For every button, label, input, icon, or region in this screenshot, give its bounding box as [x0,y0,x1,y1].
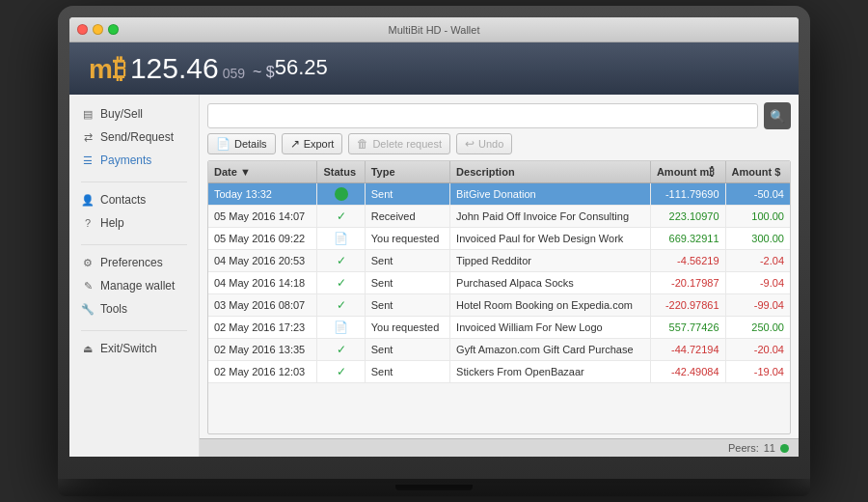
app-content: m₿ 125.46 059 ~ $ 56.25 ▤ Buy/Sell [69,42,799,457]
sidebar-item-buy-sell[interactable]: ▤ Buy/Sell [69,102,199,126]
cell-amount-btc: 223.10970 [650,206,725,228]
sidebar-divider-1 [81,181,187,182]
sidebar-item-exit-switch[interactable]: ⏏ Exit/Switch [69,337,199,360]
delete-request-button[interactable]: 🗑 Delete request [348,133,450,154]
minimize-button[interactable] [93,24,103,35]
sidebar-exit-section: ⏏ Exit/Switch [69,337,199,360]
sidebar-item-tools[interactable]: 🔧 Tools [69,297,199,321]
cell-amount-usd: 100.00 [725,206,790,228]
undo-label: Undo [478,138,503,150]
export-button[interactable]: ↗ Export [282,133,343,154]
cell-type: Sent [365,183,449,206]
cell-date: 02 May 2016 12:03 [208,361,317,383]
cell-amount-btc: -111.79690 [650,183,725,206]
cell-date: 04 May 2016 20:53 [208,250,317,272]
col-description[interactable]: Description [450,161,651,183]
buy-sell-icon: ▤ [81,108,95,121]
status-icon: ✓ [337,365,346,378]
cell-amount-usd: -9.04 [725,272,790,294]
cell-amount-usd: 300.00 [725,228,790,250]
cell-date: 02 May 2016 17:23 [208,317,317,339]
table-row[interactable]: 02 May 2016 12:03 ✓ Sent Stickers From O… [208,361,790,383]
sidebar-item-contacts[interactable]: 👤 Contacts [69,188,199,211]
col-status[interactable]: Status [317,161,365,183]
laptop-frame: MultiBit HD - Wallet m₿ 125.46 059 ~ $ 5… [58,6,810,479]
table-row[interactable]: 03 May 2016 08:07 ✓ Sent Hotel Room Book… [208,294,790,317]
col-type[interactable]: Type [365,161,449,183]
cell-type: Sent [365,294,449,317]
cell-amount-usd: -2.04 [725,250,790,272]
sidebar-nav-section: ▤ Buy/Sell ⇄ Send/Request ☰ Payments [69,102,199,172]
status-icon: ✓ [337,343,346,356]
laptop-notch [395,485,473,490]
help-icon: ? [81,217,95,229]
sidebar-item-preferences[interactable]: ⚙ Preferences [69,251,199,274]
details-label: Details [234,138,267,150]
details-button[interactable]: 📄 Details [207,133,276,154]
maximize-button[interactable] [108,24,119,35]
table-row[interactable]: 02 May 2016 17:23 📄 You requested Invoic… [208,317,790,339]
search-button[interactable]: 🔍 [764,102,791,129]
status-icon: 📄 [334,321,348,334]
cell-description: Invoiced William For New Logo [450,317,651,339]
export-label: Export [304,138,335,150]
sidebar-label-help: Help [100,216,124,230]
table-row[interactable]: 05 May 2016 14:07 ✓ Received John Paid O… [208,206,790,228]
sidebar-item-payments[interactable]: ☰ Payments [69,149,199,172]
cell-status: ✓ [317,339,365,361]
cell-description: Hotel Room Booking on Expedia.com [450,294,651,317]
cell-date: 05 May 2016 09:22 [208,228,317,250]
cell-description: John Paid Off Invoice For Consulting [450,206,651,228]
sidebar-label-send-request: Send/Request [100,130,174,144]
peers-count: 11 [764,442,775,454]
col-amount-usd[interactable]: Amount $ [725,161,790,183]
cell-status: ✓ [317,294,365,317]
cell-description: Stickers From OpenBazaar [450,361,651,383]
cell-amount-btc: 557.77426 [650,317,725,339]
sidebar-label-preferences: Preferences [100,256,163,269]
close-button[interactable] [77,24,88,35]
undo-button[interactable]: ↩ Undo [456,133,512,154]
sidebar-item-send-request[interactable]: ⇄ Send/Request [69,126,199,149]
undo-icon: ↩ [465,137,475,151]
col-amount-btc[interactable]: Amount m₿ [650,161,725,183]
cell-description: Invoiced Paul for Web Design Work [450,228,651,250]
btc-icon: m₿ [89,53,126,85]
sidebar-divider-3 [81,330,187,331]
table-row[interactable]: Today 13:32 Sent BitGive Donation -111.7… [208,183,790,206]
status-icon [335,187,348,201]
status-icon: ✓ [337,209,346,223]
details-icon: 📄 [216,137,231,151]
table-row[interactable]: 04 May 2016 14:18 ✓ Sent Purchased Alpac… [208,272,790,294]
table-row[interactable]: 02 May 2016 13:35 ✓ Sent Gyft Amazon.com… [208,339,790,361]
tools-icon: 🔧 [81,303,95,316]
toolbar: 📄 Details ↗ Export 🗑 Delete request [200,133,799,160]
search-input[interactable] [207,103,758,128]
peers-label: Peers: [728,442,759,454]
cell-amount-usd: -20.04 [725,339,790,361]
cell-status: 📄 [317,228,365,250]
balance-usd: 56.25 [275,55,328,82]
sidebar-item-help[interactable]: ? Help [69,211,199,235]
status-icon: 📄 [334,232,348,245]
table-row[interactable]: 05 May 2016 09:22 📄 You requested Invoic… [208,228,790,250]
table-row[interactable]: 04 May 2016 20:53 ✓ Sent Tipped Redditor… [208,250,790,272]
sidebar-item-manage-wallet[interactable]: ✎ Manage wallet [69,274,199,297]
transactions-table-wrapper[interactable]: Date ▼ Status Type Description Amount m₿… [207,160,791,434]
laptop-base [58,479,810,496]
window-title: MultiBit HD - Wallet [389,24,480,36]
cell-status: 📄 [317,317,365,339]
laptop-screen: MultiBit HD - Wallet m₿ 125.46 059 ~ $ 5… [69,17,799,457]
preferences-icon: ⚙ [81,257,95,269]
cell-type: Sent [365,361,449,383]
sidebar-label-contacts: Contacts [100,193,146,207]
col-date[interactable]: Date ▼ [208,161,317,183]
status-icon: ✓ [337,254,346,267]
cell-status: ✓ [317,272,365,294]
sidebar-label-tools: Tools [100,302,127,316]
sidebar-label-buy-sell: Buy/Sell [100,107,143,121]
cell-status: ✓ [317,206,365,228]
cell-description: Gyft Amazon.com Gift Card Purchase [450,339,651,361]
status-icon: ✓ [337,298,346,312]
cell-type: You requested [365,228,449,250]
